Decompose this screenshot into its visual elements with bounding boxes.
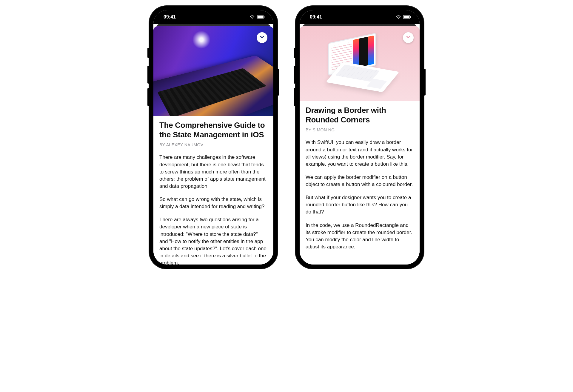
svg-rect-1 [258, 16, 263, 19]
article-paragraph: We can apply the border modifier on a bu… [306, 174, 414, 188]
article-hero-image [153, 26, 273, 116]
article-body: There are many challenges in the softwar… [159, 154, 267, 265]
hero-laptop-illustration [328, 38, 391, 86]
battery-icon [403, 15, 411, 19]
article-hero-image [300, 26, 420, 101]
article-body: With SwiftUI, you can easily draw a bord… [306, 139, 414, 250]
phone-volume-up [294, 66, 295, 84]
article-content: Drawing a Border with Rounded Corners BY… [300, 101, 420, 256]
article-title: The Comprehensive Guide to the State Man… [159, 121, 267, 139]
article-paragraph: There are many challenges in the softwar… [159, 154, 267, 190]
phone-silent-switch [147, 48, 149, 58]
article-paragraph: So what can go wrong with the state, whi… [159, 196, 267, 210]
phone-volume-down [294, 88, 295, 106]
article-paragraph: But what if your designer wants you to c… [306, 194, 414, 216]
phone-mockup-left: 09:41 The Comprehensive Guide t [149, 6, 278, 269]
phone-notch [184, 10, 243, 19]
close-button[interactable] [257, 32, 267, 43]
article-paragraph: With SwiftUI, you can easily draw a bord… [306, 139, 414, 168]
status-time: 09:41 [310, 14, 322, 20]
svg-rect-5 [410, 16, 411, 18]
phone-screen: 09:41 [300, 10, 420, 265]
battery-icon [257, 15, 265, 19]
phone-power-button [278, 69, 279, 96]
article-paragraph: There are always two questions arising f… [159, 216, 267, 265]
phone-volume-down [147, 88, 149, 106]
wifi-icon [249, 15, 255, 19]
article-byline: BY SIMON NG [306, 127, 414, 132]
svg-rect-4 [404, 16, 409, 19]
status-time: 09:41 [164, 14, 176, 20]
phone-silent-switch [294, 48, 295, 58]
svg-rect-2 [264, 16, 264, 18]
phone-screen: 09:41 The Comprehensive Guide t [153, 10, 273, 265]
phone-mockup-right: 09:41 [295, 6, 424, 269]
article-paragraph: In the code, we use a RoundedRectangle a… [306, 222, 414, 251]
article-sheet[interactable]: Drawing a Border with Rounded Corners BY… [300, 26, 420, 265]
phone-power-button [424, 69, 426, 96]
chevron-down-icon [259, 34, 265, 41]
close-button[interactable] [403, 32, 414, 43]
article-title: Drawing a Border with Rounded Corners [306, 106, 414, 124]
phone-notch [330, 10, 389, 19]
phone-volume-up [147, 66, 149, 84]
article-sheet[interactable]: The Comprehensive Guide to the State Man… [153, 26, 273, 265]
chevron-down-icon [405, 34, 411, 41]
wifi-icon [396, 15, 401, 19]
article-byline: BY ALEXEY NAUMOV [159, 142, 267, 147]
article-content: The Comprehensive Guide to the State Man… [153, 116, 273, 265]
